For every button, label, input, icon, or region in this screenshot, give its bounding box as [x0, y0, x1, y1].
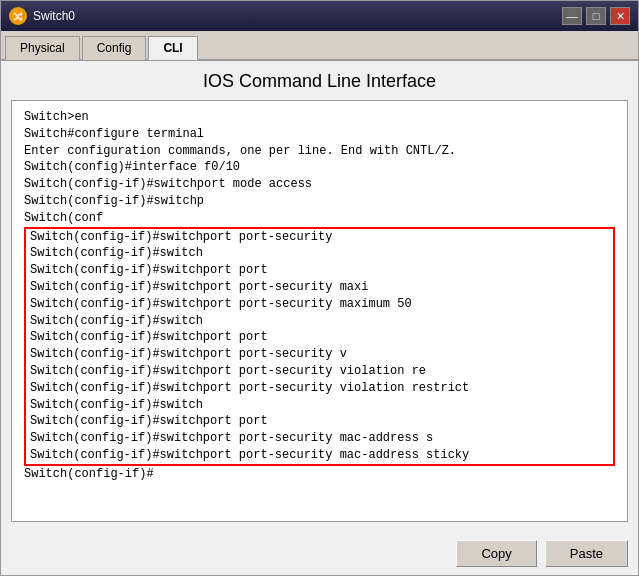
app-icon: 🔀 [9, 7, 27, 25]
minimize-button[interactable]: — [562, 7, 582, 25]
cli-line: Switch(config-if)#switchport mode access [24, 176, 615, 193]
cli-line: Switch(config-if)# [24, 466, 615, 483]
cli-line: Switch(config-if)#switchp [24, 193, 615, 210]
cli-line: Switch#configure terminal [24, 126, 615, 143]
cli-line: Switch(config-if)#switchport port-securi… [30, 363, 609, 380]
cli-container: Switch>en Switch#configure terminal Ente… [11, 100, 628, 522]
cli-line: Switch(config)#interface f0/10 [24, 159, 615, 176]
maximize-button[interactable]: □ [586, 7, 606, 25]
cli-line: Switch(config-if)#switch [30, 245, 609, 262]
cli-line: Switch(config-if)#switchport port [30, 262, 609, 279]
cli-line: Switch(config-if)#switchport port-securi… [30, 296, 609, 313]
cli-line: Switch(config-if)#switchport port-securi… [30, 380, 609, 397]
tab-bar: Physical Config CLI [1, 31, 638, 61]
bottom-bar: Copy Paste [1, 532, 638, 575]
paste-button[interactable]: Paste [545, 540, 628, 567]
main-window: 🔀 Switch0 — □ ✕ Physical Config CLI IOS … [0, 0, 639, 576]
tab-config[interactable]: Config [82, 36, 147, 60]
highlighted-cli-section: Switch(config-if)#switchport port-securi… [24, 227, 615, 466]
cli-line: Enter configuration commands, one per li… [24, 143, 615, 160]
cli-line: Switch(config-if)#switch [30, 397, 609, 414]
cli-line: Switch(config-if)#switchport port-securi… [30, 229, 609, 246]
cli-line: Switch(config-if)#switchport port-securi… [30, 447, 609, 464]
page-title: IOS Command Line Interface [11, 71, 628, 92]
copy-button[interactable]: Copy [456, 540, 536, 567]
close-button[interactable]: ✕ [610, 7, 630, 25]
cli-line: Switch>en [24, 109, 615, 126]
content-area: IOS Command Line Interface Switch>en Swi… [1, 61, 638, 532]
cli-line: Switch(config-if)#switchport port-securi… [30, 430, 609, 447]
cli-scroll-area[interactable]: Switch>en Switch#configure terminal Ente… [12, 101, 627, 521]
cli-line: Switch(config-if)#switch [30, 313, 609, 330]
cli-line: Switch(config-if)#switchport port [30, 329, 609, 346]
cli-line: Switch(config-if)#switchport port-securi… [30, 279, 609, 296]
tab-cli[interactable]: CLI [148, 36, 197, 60]
tab-physical[interactable]: Physical [5, 36, 80, 60]
window-controls: — □ ✕ [562, 7, 630, 25]
cli-line: Switch(conf [24, 210, 615, 227]
cli-line: Switch(config-if)#switchport port-securi… [30, 346, 609, 363]
window-title: Switch0 [33, 9, 562, 23]
cli-line: Switch(config-if)#switchport port [30, 413, 609, 430]
title-bar: 🔀 Switch0 — □ ✕ [1, 1, 638, 31]
